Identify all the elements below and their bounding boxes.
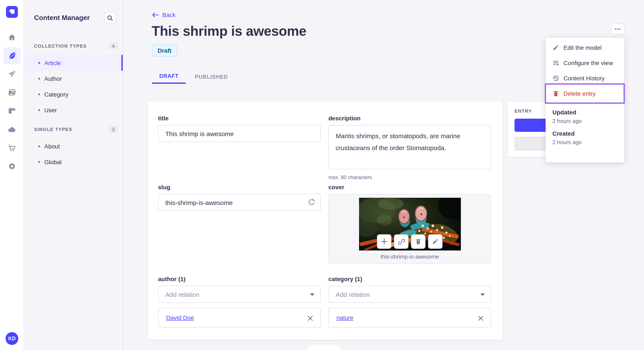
content-manager-sidebar: Content Manager COLLECTION TYPES 4 Artic… [24,0,123,350]
category-relation-link[interactable]: nature [336,314,353,321]
section-label: SINGLE TYPES [34,127,72,132]
tab-published[interactable]: PUBLISHED [188,70,235,84]
pencil-icon [432,238,439,245]
trash-icon [552,90,559,97]
pencil-icon [552,44,559,51]
entry-meta: Updated 2 hours ago Created 2 hours ago [546,103,624,146]
chevron-down-icon [480,293,485,296]
tab-draft[interactable]: DRAFT [152,70,186,84]
sidebar-item-user[interactable]: User [24,102,123,118]
bullet-icon [38,93,40,95]
marketplace-layout-icon[interactable] [4,103,20,120]
category-relation-select[interactable]: Add relation [328,286,491,303]
collection-types-header: COLLECTION TYPES 4 [34,42,118,49]
menu-item-label: Content History [564,75,604,82]
sidebar-item-label: About [44,143,60,150]
settings-gear-icon[interactable] [4,158,20,175]
sidebar-item-label: Category [44,91,68,98]
bullet-icon [38,78,40,79]
bullet-icon [38,145,40,147]
copy-link-button[interactable] [394,234,408,249]
link-icon [398,238,405,245]
user-avatar[interactable]: KD [6,332,18,345]
bullet-icon [38,62,40,64]
sidebar-divider [34,37,44,37]
menu-item-content-history[interactable]: Content History [546,71,624,86]
sidebar-item-label: User [44,107,57,113]
cover-field-label: cover [328,184,491,190]
release-send-icon[interactable] [4,65,20,82]
author-relation-link[interactable]: David Doe [166,314,194,321]
menu-item-edit-the-model[interactable]: Edit the model [546,40,624,55]
category-select-placeholder: Add relation [336,291,370,298]
description-textarea[interactable]: Mantis shrimps, or stomatopods, are mari… [328,125,491,169]
media-library-icon[interactable] [4,84,20,101]
sidebar-item-article[interactable]: Article [24,55,123,71]
author-relation-select[interactable]: Add relation [158,286,321,303]
created-value: 2 hours ago [552,139,618,146]
cover-caption: this-shrimp-is-awesome [329,253,491,260]
plus-icon [381,238,388,245]
menu-item-label: Edit the model [564,44,602,51]
title-input[interactable] [158,125,321,142]
section-label: COLLECTION TYPES [34,43,87,48]
chevron-down-icon [310,293,314,296]
arrow-left-icon [152,12,159,17]
updated-value: 2 hours ago [552,118,618,124]
slug-field-label: slug [158,184,321,190]
bullet-icon [38,161,40,163]
more-options-button[interactable]: ⋯ [611,23,624,34]
sidebar-item-label: Global [44,159,62,165]
sidebar-item-author[interactable]: Author [24,71,123,86]
author-relation-item: David Doe [158,308,321,328]
slug-input[interactable] [158,194,321,211]
remove-category-button[interactable] [475,313,486,323]
app-window: KD Content Manager COLLECTION TYPES 4 [0,0,644,350]
category-field-label: category (1) [328,276,491,282]
home-icon[interactable] [4,29,20,46]
delete-media-button[interactable] [411,234,426,249]
sidebar-item-label: Author [44,75,62,82]
back-label: Back [162,11,176,18]
single-types-header: SINGLE TYPES 2 [34,126,118,133]
edit-media-button[interactable] [428,234,442,249]
updated-label: Updated [552,109,618,116]
count-badge: 2 [109,126,118,133]
add-media-button[interactable] [377,234,392,249]
back-link[interactable]: Back [152,11,176,18]
main-nav-rail: KD [0,0,24,350]
sidebar-item-label: Article [44,59,61,66]
search-button[interactable] [104,12,116,24]
menu-item-delete-entry[interactable]: Delete entry [546,86,624,101]
created-label: Created [552,130,618,137]
floating-toolbar-partial[interactable] [306,345,342,350]
strapi-logo[interactable] [6,6,18,18]
menu-item-configure-the-view[interactable]: Configure the view [546,55,624,71]
content-manager-feather-icon[interactable] [4,47,20,64]
trash-icon [415,238,422,245]
list-settings-icon [552,59,559,66]
purchases-cart-icon[interactable] [4,140,20,157]
description-field-label: description [328,115,491,122]
sidebar-item-global[interactable]: Global [24,154,123,170]
author-select-placeholder: Add relation [165,291,199,298]
status-badge: Draft [152,44,177,57]
category-relation-item: nature [328,308,491,328]
history-clock-icon [552,75,559,82]
count-badge: 4 [109,42,118,49]
sidebar-title: Content Manager [34,14,90,22]
more-options-dropdown: Edit the model Configure the view Conten… [546,38,624,163]
cover-actions-toolbar [377,234,442,249]
bullet-icon [38,109,40,111]
cover-media-panel: this-shrimp-is-awesome [328,194,491,264]
sidebar-item-about[interactable]: About [24,138,123,154]
sidebar-item-category[interactable]: Category [24,86,123,102]
search-icon [107,15,113,21]
title-field-label: title [158,115,321,122]
menu-item-label: Delete entry [564,90,596,97]
regenerate-slug-icon[interactable] [308,198,316,206]
cloud-icon[interactable] [4,121,20,138]
edit-form-card: title description Mantis shrimps, or sto… [148,101,502,340]
menu-item-label: Configure the view [564,59,613,66]
remove-author-button[interactable] [305,313,315,323]
